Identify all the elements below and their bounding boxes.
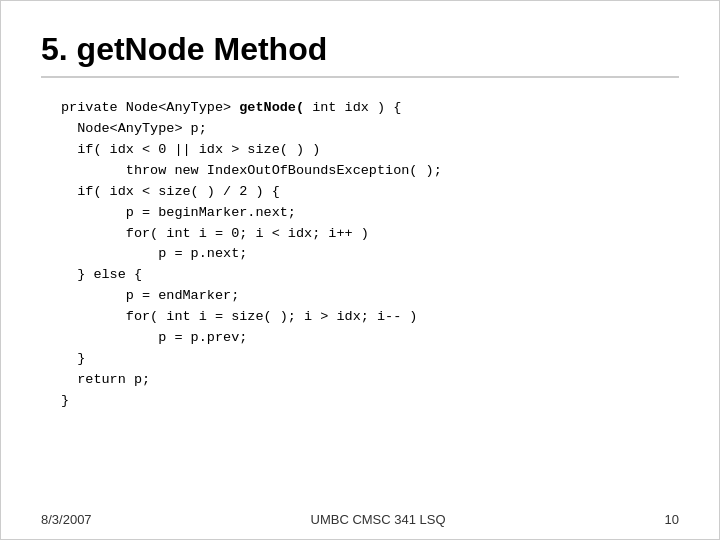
footer-page: 10	[665, 512, 679, 527]
code-line-12: p = p.prev;	[61, 330, 247, 345]
code-line-2: Node<AnyType> p;	[61, 121, 207, 136]
code-line-5: if( idx < size( ) / 2 ) {	[61, 184, 280, 199]
code-line-10: p = endMarker;	[61, 288, 239, 303]
code-line-4: throw new IndexOutOfBoundsException( );	[61, 163, 442, 178]
code-line-9: } else {	[61, 267, 142, 282]
code-line-6: p = beginMarker.next;	[61, 205, 296, 220]
code-line-3: if( idx < 0 || idx > size( ) )	[61, 142, 320, 157]
slide: 5. getNode Method private Node<AnyType> …	[0, 0, 720, 540]
code-block: private Node<AnyType> getNode( int idx )…	[61, 98, 679, 412]
code-line-8: p = p.next;	[61, 246, 247, 261]
slide-title: 5. getNode Method	[41, 31, 679, 78]
code-line-14: return p;	[61, 372, 150, 387]
footer: 8/3/2007 UMBC CMSC 341 LSQ 10	[1, 512, 719, 527]
code-line-13: }	[61, 351, 85, 366]
code-line-11: for( int i = size( ); i > idx; i-- )	[61, 309, 417, 324]
code-line-1: private Node<AnyType> getNode( int idx )…	[61, 100, 401, 115]
code-line-7: for( int i = 0; i < idx; i++ )	[61, 226, 369, 241]
footer-date: 8/3/2007	[41, 512, 92, 527]
code-line-15: }	[61, 393, 69, 408]
footer-title: UMBC CMSC 341 LSQ	[311, 512, 446, 527]
